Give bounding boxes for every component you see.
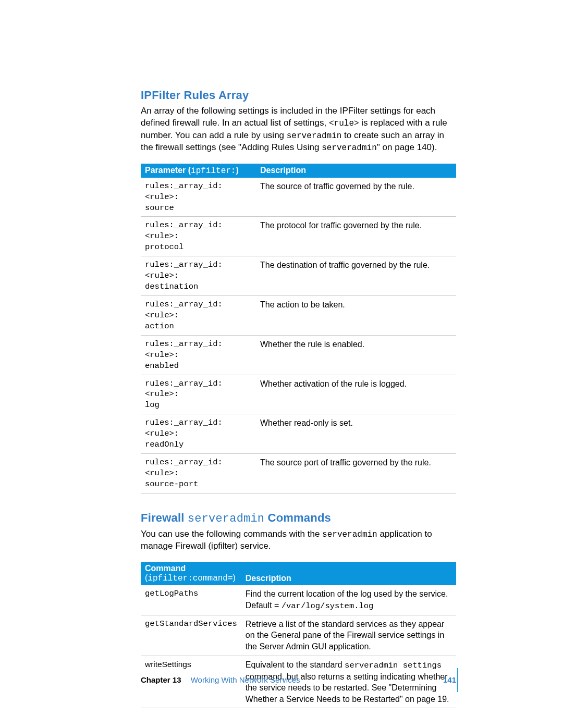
- inline-code-path: /var/log/system.log: [282, 601, 374, 611]
- cell-description: The protocol for traffic governed by the…: [256, 217, 456, 256]
- text: You can use the following commands with …: [141, 529, 322, 539]
- inline-code-serveradmin: serveradmin: [188, 512, 264, 525]
- text: Find the current location of the log use…: [246, 589, 448, 598]
- text: Command: [145, 564, 186, 573]
- table-row: rules:_array_id:<rule>: source-port The …: [141, 454, 456, 493]
- inline-code-rule: <rule>: [329, 119, 359, 128]
- cell-parameter: rules:_array_id:<rule>: log: [141, 375, 256, 414]
- text: Default =: [246, 601, 282, 610]
- section-heading-ipfilter: IPFilter Rules Array: [141, 89, 456, 102]
- cell-description: Whether read-only is set.: [256, 414, 456, 454]
- firewall-commands-table: Command (ipfilter:command=) Description …: [141, 562, 456, 708]
- table-header-description: Description: [241, 562, 456, 585]
- section-heading-firewall-commands: Firewall serveradmin Commands: [141, 511, 456, 525]
- inline-code: ipfilter:: [191, 166, 236, 176]
- firewall-commands-intro: You can use the following commands with …: [141, 528, 456, 553]
- text: ): [233, 573, 236, 582]
- cell-description: The source port of traffic governed by t…: [256, 454, 456, 493]
- cell-parameter: rules:_array_id:<rule>: enabled: [141, 335, 256, 375]
- cell-parameter: rules:_array_id:<rule>: readOnly: [141, 414, 256, 454]
- text: (ipfilter:command=): [145, 573, 237, 583]
- text: Parameter (: [145, 166, 191, 175]
- cell-parameter: rules:_array_id:<rule>: protocol: [141, 217, 256, 256]
- cell-description: The source of traffic governed by the ru…: [256, 178, 456, 217]
- inline-code: ipfilter:command=: [148, 574, 232, 583]
- table-header-parameter: Parameter (ipfilter:): [141, 164, 256, 178]
- text: ): [236, 166, 238, 175]
- cell-command: getStandardServices: [141, 615, 241, 656]
- table-row: rules:_array_id:<rule>: protocol The pro…: [141, 217, 456, 256]
- table-row: getLogPaths Find the current location of…: [141, 585, 456, 615]
- page-footer: Chapter 13 Working With Network Services…: [141, 675, 456, 684]
- cell-parameter: rules:_array_id:<rule>: destination: [141, 256, 256, 296]
- table-row: rules:_array_id:<rule>: log Whether acti…: [141, 375, 456, 414]
- footer-chapter: Chapter 13: [141, 675, 181, 684]
- table-row: getStandardServices Retrieve a list of t…: [141, 615, 456, 656]
- cell-description: Whether the rule is enabled.: [256, 335, 456, 375]
- footer-title: Working With Network Services: [191, 675, 300, 684]
- cell-parameter: rules:_array_id:<rule>: source: [141, 178, 256, 217]
- inline-code: serveradmin settings: [345, 661, 442, 670]
- text: Commands: [264, 511, 331, 524]
- footer-divider: [457, 668, 458, 692]
- table-header-command: Command (ipfilter:command=): [141, 562, 241, 585]
- cell-description: Whether activation of the rule is logged…: [256, 375, 456, 414]
- cell-parameter: rules:_array_id:<rule>: action: [141, 296, 256, 336]
- cell-command: getLogPaths: [141, 585, 241, 615]
- cell-description: Retrieve a list of the standard services…: [241, 615, 456, 656]
- text: Equivalent to the standard: [246, 660, 345, 669]
- table-row: rules:_array_id:<rule>: action The actio…: [141, 296, 456, 336]
- table-row: rules:_array_id:<rule>: readOnly Whether…: [141, 414, 456, 454]
- cell-description: The action to be taken.: [256, 296, 456, 336]
- table-row: rules:_array_id:<rule>: enabled Whether …: [141, 335, 456, 375]
- ipfilter-intro-paragraph: An array of the following settings is in…: [141, 105, 456, 154]
- text: " on page 140).: [377, 142, 437, 152]
- page-content: IPFilter Rules Array An array of the fol…: [141, 89, 456, 726]
- cell-description: Find the current location of the log use…: [241, 585, 456, 615]
- table-header-description: Description: [256, 164, 456, 178]
- cell-description: The destination of traffic governed by t…: [256, 256, 456, 296]
- cell-parameter: rules:_array_id:<rule>: source-port: [141, 454, 256, 493]
- text: Firewall: [141, 511, 188, 524]
- table-row: rules:_array_id:<rule>: source The sourc…: [141, 178, 456, 217]
- inline-code-serveradmin: serveradmin: [322, 530, 377, 539]
- inline-code-serveradmin: serveradmin: [287, 131, 342, 141]
- footer-page-number: 141: [443, 675, 456, 684]
- table-row: rules:_array_id:<rule>: destination The …: [141, 256, 456, 296]
- inline-code-serveradmin: serveradmin: [322, 143, 377, 153]
- ipfilter-parameters-table: Parameter (ipfilter:) Description rules:…: [141, 164, 456, 493]
